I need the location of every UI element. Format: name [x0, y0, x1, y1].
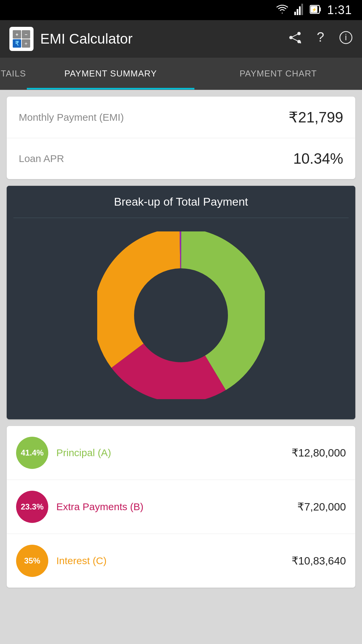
signal-icon	[294, 4, 304, 16]
donut-hole	[137, 272, 225, 359]
svg-line-11	[292, 34, 298, 37]
chart-card: Break-up of Total Payment	[7, 186, 355, 419]
wifi-icon	[276, 4, 288, 16]
tab-payment-summary[interactable]: PAYMENT SUMMARY	[27, 58, 194, 90]
chart-body	[7, 218, 355, 419]
info-button[interactable]: i	[339, 31, 353, 47]
breakdown-interest: 35% Interest (C) ₹10,83,640	[7, 534, 355, 588]
content-area: Monthly Payment (EMI) ₹21,799 Loan APR 1…	[0, 90, 362, 644]
app-bar-actions: ? i	[288, 31, 353, 47]
apr-value: 10.34%	[293, 150, 343, 167]
extra-label: Extra Payments (B)	[56, 501, 289, 513]
tab-details[interactable]: TAILS	[0, 58, 27, 90]
emi-row: Monthly Payment (EMI) ₹21,799	[7, 97, 355, 138]
svg-rect-1	[297, 9, 298, 15]
apr-label: Loan APR	[19, 153, 64, 164]
logo-rupee: ₹	[13, 39, 21, 48]
help-button[interactable]: ?	[314, 31, 327, 47]
logo-divide: ÷	[22, 39, 30, 48]
donut-chart	[97, 231, 265, 399]
breakdown-list: 41.4% Principal (A) ₹12,80,000 23.3% Ext…	[7, 426, 355, 588]
svg-rect-2	[299, 6, 301, 15]
principal-value: ₹12,80,000	[292, 446, 346, 459]
emi-label: Monthly Payment (EMI)	[19, 112, 124, 123]
tab-payment-chart[interactable]: PAYMENT CHART	[194, 58, 362, 90]
emi-value: ₹21,799	[289, 109, 343, 126]
interest-badge: 35%	[16, 545, 48, 577]
apr-row: Loan APR 10.34%	[7, 138, 355, 179]
svg-rect-0	[294, 12, 296, 15]
principal-badge: 41.4%	[16, 437, 48, 469]
svg-point-10	[289, 36, 293, 39]
interest-label: Interest (C)	[56, 555, 284, 567]
svg-rect-5	[319, 7, 321, 11]
battery-icon: ⚡	[310, 4, 321, 16]
donut-svg	[97, 231, 265, 399]
interest-value: ₹10,83,640	[292, 554, 346, 567]
svg-text:⚡: ⚡	[311, 7, 316, 12]
status-time: 1:31	[327, 3, 352, 17]
chart-title: Break-up of Total Payment	[114, 195, 248, 208]
logo-minus: −	[22, 30, 30, 39]
svg-rect-3	[301, 4, 303, 15]
breakdown-principal: 41.4% Principal (A) ₹12,80,000	[7, 426, 355, 480]
principal-label: Principal (A)	[56, 447, 284, 459]
extra-value: ₹7,20,000	[297, 500, 346, 513]
svg-text:?: ?	[317, 31, 324, 44]
tab-bar: TAILS PAYMENT SUMMARY PAYMENT CHART	[0, 58, 362, 90]
app-logo: + − ₹ ÷	[9, 27, 34, 51]
svg-text:i: i	[345, 32, 347, 42]
svg-point-8	[297, 32, 301, 35]
share-button[interactable]	[288, 31, 302, 47]
summary-card: Monthly Payment (EMI) ₹21,799 Loan APR 1…	[7, 97, 355, 179]
app-title: EMI Calculator	[40, 31, 282, 47]
chart-header: Break-up of Total Payment	[7, 186, 355, 218]
extra-badge: 23.3%	[16, 491, 48, 523]
status-bar: ⚡ 1:31	[0, 0, 362, 20]
svg-line-12	[292, 38, 298, 41]
logo-plus: +	[13, 30, 21, 39]
app-bar: + − ₹ ÷ EMI Calculator ? i	[0, 20, 362, 58]
breakdown-extra: 23.3% Extra Payments (B) ₹7,20,000	[7, 480, 355, 534]
